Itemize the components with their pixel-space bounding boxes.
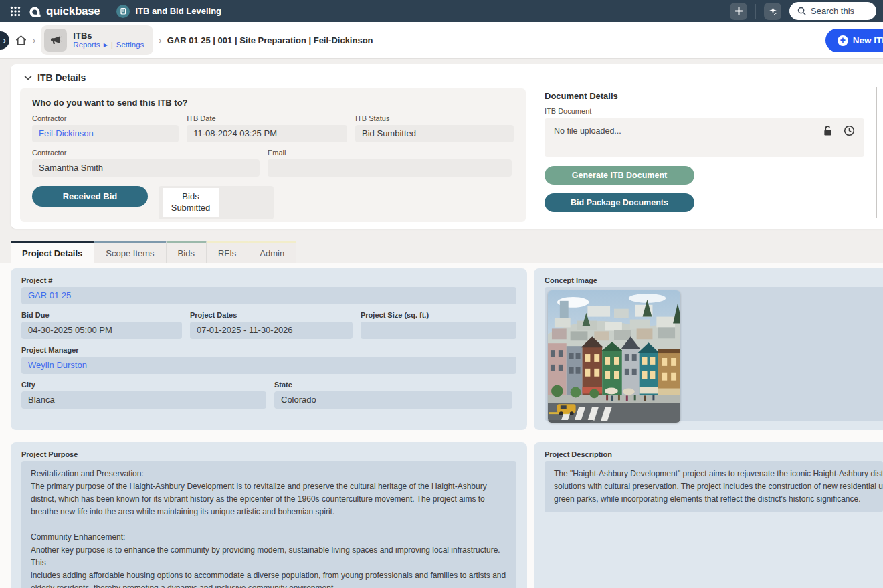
collapse-chevron-icon[interactable] bbox=[24, 75, 32, 80]
itb-document-field: No file uploaded... bbox=[545, 118, 864, 157]
card-vertical-divider bbox=[876, 87, 877, 218]
send-question: Who do you want to send this ITB to? bbox=[32, 98, 514, 108]
state-value: Colorado bbox=[274, 391, 512, 409]
new-itb-button[interactable]: + New ITB bbox=[825, 29, 883, 52]
megaphone-icon bbox=[44, 29, 67, 52]
breadcrumb: › › ITBs Reports ▶ | Settings › GAR 01 2… bbox=[0, 22, 883, 59]
field-project-manager: Project Manager Weylin Durston bbox=[21, 346, 516, 374]
itb-details-card: ITB Details Who do you want to send this… bbox=[11, 64, 883, 229]
itb-status-value: Bid Sumbitted bbox=[355, 125, 514, 142]
concept-image-panel: Concept Image bbox=[534, 268, 883, 430]
project-purpose-label: Project Purpose bbox=[21, 450, 516, 458]
project-dates-value: 07-01-2025 - 11-30-2026 bbox=[190, 322, 353, 339]
field-itb-date: ITB Date 11-08-2024 03:25 PM bbox=[187, 114, 347, 142]
tab-scope-items[interactable]: Scope Items bbox=[94, 241, 166, 263]
itb-date-value: 11-08-2024 03:25 PM bbox=[187, 125, 347, 142]
concept-image[interactable] bbox=[548, 290, 680, 423]
app-home-link[interactable]: ITB and Bid Leveling bbox=[116, 5, 221, 18]
tab-rfis[interactable]: RFIs bbox=[207, 241, 248, 263]
field-itb-status: ITB Status Bid Sumbitted bbox=[355, 114, 514, 142]
bids-submitted-field: Bids Submitted bbox=[159, 186, 274, 219]
send-itb-panel: Who do you want to send this ITB to? Con… bbox=[20, 88, 526, 222]
project-description-text: The "Haight-Ashbury Development" project… bbox=[545, 461, 883, 512]
field-city: City Blanca bbox=[21, 381, 266, 409]
settings-link[interactable]: Settings bbox=[116, 41, 144, 50]
sidebar-expand-button[interactable]: › bbox=[0, 31, 9, 50]
breadcrumb-table-name: ITBs bbox=[73, 31, 144, 41]
search-placeholder: Search this bbox=[811, 6, 854, 16]
brand-text: quickbase bbox=[46, 5, 100, 18]
tab-project-details[interactable]: Project Details bbox=[11, 241, 94, 263]
field-project-size: Project Size (sq. ft.) bbox=[361, 311, 516, 339]
generate-itb-document-button[interactable]: Generate ITB Document bbox=[545, 166, 694, 185]
project-info-panel: Project # GAR 01 25 Bid Due 04-30-2025 0… bbox=[11, 268, 527, 430]
ai-sparkle-button[interactable] bbox=[764, 3, 781, 20]
bids-submitted-value: Bids Submitted bbox=[163, 188, 219, 217]
tab-bids[interactable]: Bids bbox=[167, 241, 207, 263]
home-icon[interactable] bbox=[15, 34, 27, 47]
city-value: Blanca bbox=[21, 391, 266, 409]
top-navbar: quickbase ITB and Bid Leveling Search th… bbox=[0, 0, 883, 22]
bid-package-documents-button[interactable]: Bid Package Documents bbox=[545, 193, 694, 212]
project-number-link[interactable]: GAR 01 25 bbox=[21, 287, 516, 304]
breadcrumb-table-pill[interactable]: ITBs Reports ▶ | Settings bbox=[41, 25, 153, 55]
project-description-panel: Project Description The "Haight-Ashbury … bbox=[534, 442, 883, 588]
project-purpose-text: Revitalization and Preservation: The pri… bbox=[21, 461, 516, 588]
global-add-button[interactable] bbox=[730, 3, 747, 20]
field-project-number: Project # GAR 01 25 bbox=[21, 276, 516, 304]
app-name: ITB and Bid Leveling bbox=[135, 6, 221, 16]
contact-value: Samantha Smith bbox=[32, 159, 260, 177]
document-details-panel: Document Details ITB Document No file up… bbox=[545, 88, 866, 222]
record-title: GAR 01 25 | 001 | Site Preparation | Fei… bbox=[167, 35, 373, 45]
no-file-text: No file uploaded... bbox=[554, 126, 621, 136]
tab-admin[interactable]: Admin bbox=[248, 241, 296, 263]
pill-link-divider: | bbox=[111, 41, 113, 50]
field-contact: Contractor Samantha Smith bbox=[32, 149, 260, 177]
tab-content: Project # GAR 01 25 Bid Due 04-30-2025 0… bbox=[0, 263, 883, 588]
itb-document-label: ITB Document bbox=[545, 107, 866, 115]
reports-link[interactable]: Reports bbox=[73, 41, 100, 50]
search-icon bbox=[797, 7, 806, 15]
app-grid-icon[interactable] bbox=[7, 3, 24, 20]
history-clock-icon[interactable] bbox=[844, 125, 855, 136]
chevron-right-icon: › bbox=[33, 35, 35, 45]
field-project-dates: Project Dates 07-01-2025 - 11-30-2026 bbox=[190, 311, 353, 339]
section-title: ITB Details bbox=[37, 72, 86, 83]
project-manager-link[interactable]: Weylin Durston bbox=[21, 357, 516, 374]
project-purpose-panel: Project Purpose Revitalization and Prese… bbox=[11, 442, 527, 588]
field-email: Email bbox=[268, 149, 512, 177]
reports-caret-icon: ▶ bbox=[104, 41, 108, 50]
unlock-icon[interactable] bbox=[823, 125, 833, 136]
email-value bbox=[268, 159, 512, 177]
received-bid-button[interactable]: Received Bid bbox=[32, 186, 148, 207]
chevron-right-icon-2: › bbox=[159, 35, 161, 45]
field-bid-due: Bid Due 04-30-2025 05:00 PM bbox=[21, 311, 182, 339]
plus-icon: + bbox=[838, 35, 848, 46]
quickbase-logo-icon bbox=[29, 5, 42, 17]
concept-image-label: Concept Image bbox=[545, 276, 882, 284]
concept-image-field bbox=[545, 287, 883, 421]
record-tabs: Project Details Scope Items Bids RFIs Ad… bbox=[11, 241, 883, 263]
document-details-title: Document Details bbox=[545, 91, 866, 101]
quickbase-logo[interactable]: quickbase bbox=[29, 5, 100, 18]
field-state: State Colorado bbox=[274, 381, 512, 409]
project-description-label: Project Description bbox=[545, 450, 882, 458]
project-size-value bbox=[361, 322, 516, 339]
search-input[interactable]: Search this bbox=[789, 2, 876, 20]
field-contractor: Contractor Feil-Dickinson bbox=[32, 114, 179, 142]
navbar-divider bbox=[108, 4, 108, 19]
bid-due-value: 04-30-2025 05:00 PM bbox=[21, 322, 182, 339]
app-icon bbox=[116, 5, 130, 18]
contractor-link[interactable]: Feil-Dickinson bbox=[32, 125, 179, 142]
navbar-divider-2 bbox=[755, 4, 756, 19]
